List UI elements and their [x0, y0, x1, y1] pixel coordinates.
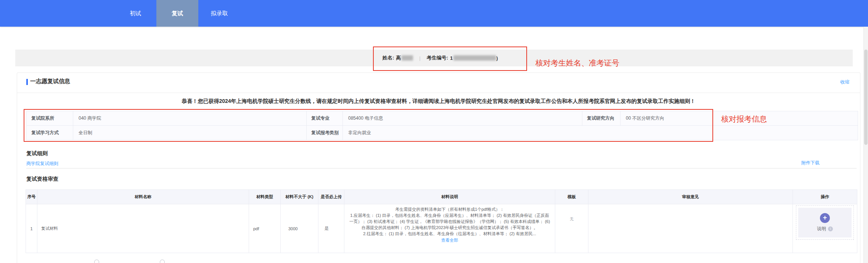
column-header-material-type: 材料类型 [249, 190, 281, 204]
column-header-index: 序号 [26, 190, 37, 204]
attachment-download-link[interactable]: 附件下载 [801, 160, 820, 166]
cell-review-opinion [588, 204, 793, 253]
identity-info: 姓名: 高 | 考生编号: 1) [383, 50, 498, 66]
upload-material-button[interactable]: + 说明 i [796, 205, 854, 240]
plus-icon: + [820, 213, 830, 223]
exam-id-label: 考生编号: [427, 55, 448, 61]
column-header-operation: 操作 [793, 190, 857, 204]
exam-id-visible-text: 1 [450, 55, 453, 61]
redacted-exam-id-block [453, 55, 496, 61]
table-header-row: 序号 材料名称 材料类型 材料不大于 (K) 是否必上传 材料说明 模板 审核意… [26, 190, 857, 204]
annotation-box-application-info [24, 109, 713, 142]
cell-material-name: 复试材料 [37, 204, 249, 253]
qualification-review-table: 序号 材料名称 材料类型 材料不大于 (K) 是否必上传 材料说明 模板 审核意… [26, 189, 857, 253]
redacted-name-block [402, 55, 413, 61]
column-header-max-size: 材料不大于 (K) [281, 190, 318, 204]
retest-info-panel: 一志愿复试信息 收缩 恭喜！您已获得2024年上海电机学院硕士研究生分数线，请在… [17, 72, 860, 263]
table-row: 1 复试材料 pdf 3000 是 考生需提交的资料清单如下（所有材料形成1个p… [26, 204, 857, 253]
column-header-review-opinion: 审核意见 [588, 190, 793, 204]
panel-title: 一志愿复试信息 [30, 78, 70, 85]
tab-first-exam[interactable]: 初试 [114, 0, 156, 27]
top-navbar: 初试 复试 拟录取 [0, 0, 868, 27]
column-header-template: 模板 [555, 190, 588, 204]
scrollbar-thumb[interactable] [864, 50, 868, 145]
rules-heading: 复试细则 [26, 150, 48, 157]
exam-id-suffix: ) [496, 55, 498, 61]
separator: | [419, 55, 420, 61]
material-description-text: 考生需提交的资料清单如下（所有材料形成1个pdf格式）： 1.应届考生： (1)… [348, 207, 551, 237]
cell-operation: + 说明 i [793, 204, 857, 253]
scrollbar-track[interactable] [863, 27, 868, 263]
title-accent-bar [26, 79, 28, 85]
name-value: 高 [396, 55, 413, 61]
app-screen: 初试 复试 拟录取 姓名: 高 | 考生编号: 1) 核对考生姓名、准考证号 核… [0, 0, 868, 263]
cutoff-radio-icon[interactable] [160, 260, 165, 263]
tab-proposed-admission[interactable]: 拟录取 [198, 0, 240, 27]
upload-label-row: 说明 i [817, 226, 833, 232]
upload-label: 说明 [817, 226, 826, 232]
column-header-description: 材料说明 [344, 190, 555, 204]
cell-material-type: pdf [249, 204, 281, 253]
congratulation-notice: 恭喜！您已获得2024年上海电机学院硕士研究生分数线，请在规定时间内上传复试资格… [17, 98, 860, 105]
cutoff-radio-icon[interactable] [94, 260, 99, 263]
collapse-link[interactable]: 收缩 [840, 79, 849, 85]
cell-required: 是 [318, 204, 344, 253]
exam-id-value: 1) [450, 55, 498, 61]
annotation-check-identity: 核对考生姓名、准考证号 [535, 58, 619, 68]
tab-retest[interactable]: 复试 [156, 0, 198, 27]
cell-index: 1 [26, 204, 37, 253]
cell-template: 无 [555, 204, 588, 253]
cell-max-size: 3000 [281, 204, 318, 253]
cell-description: 考生需提交的资料清单如下（所有材料形成1个pdf格式）： 1.应届考生： (1)… [344, 204, 555, 253]
upload-inner-area: + 说明 i [798, 208, 852, 237]
view-all-link[interactable]: 查看全部 [441, 237, 458, 243]
header-divider [17, 93, 860, 93]
annotation-check-application-info: 核对报考信息 [721, 114, 767, 124]
column-header-required: 是否必上传 [318, 190, 344, 204]
name-visible-text: 高 [396, 55, 401, 61]
rules-divider [26, 168, 857, 168]
nav-tabs: 初试 复试 拟录取 [114, 0, 240, 27]
column-header-material-name: 材料名称 [37, 190, 249, 204]
rules-detail-link[interactable]: 商学院复试细则 [26, 160, 58, 167]
review-heading: 复试资格审查 [26, 176, 58, 183]
name-label: 姓名: [383, 55, 394, 61]
info-icon[interactable]: i [828, 226, 833, 231]
